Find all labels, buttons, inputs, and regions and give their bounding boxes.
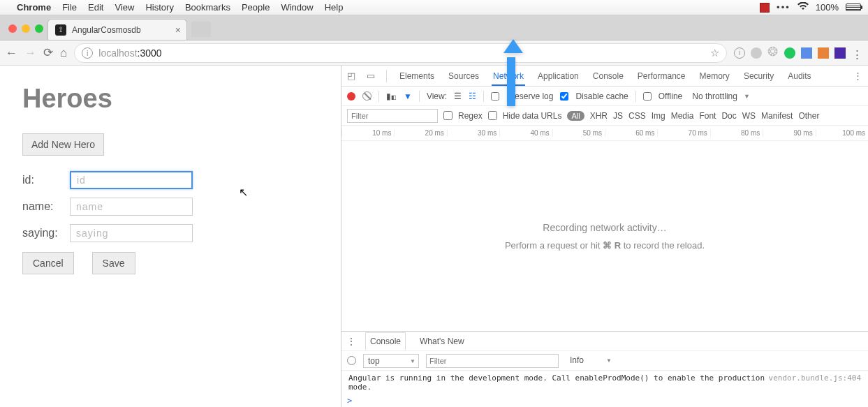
extension-icon[interactable]: [818, 47, 829, 59]
filter-type-xhr[interactable]: XHR: [590, 111, 608, 121]
device-toggle-icon[interactable]: ▭: [367, 71, 375, 81]
offline-checkbox[interactable]: [643, 92, 652, 101]
name-input[interactable]: [70, 198, 193, 216]
timeline-tick: 50 ms: [552, 129, 605, 137]
menu-window[interactable]: Window: [281, 2, 313, 13]
filter-type-font[interactable]: Font: [699, 111, 716, 121]
back-button[interactable]: ←: [6, 46, 17, 60]
menu-file[interactable]: File: [62, 2, 77, 13]
drawer-menu-icon[interactable]: ⋮: [347, 336, 355, 346]
preserve-log-checkbox[interactable]: [491, 92, 499, 101]
filter-type-all[interactable]: All: [567, 111, 584, 121]
tab-memory[interactable]: Memory: [698, 66, 731, 86]
filter-type-doc[interactable]: Doc: [721, 111, 736, 121]
minimize-window-button[interactable]: [22, 24, 30, 33]
log-level-select[interactable]: Info: [566, 354, 615, 368]
browser-tab[interactable]: ⟟ AngularCosmosdb ×: [47, 19, 187, 40]
context-select[interactable]: top: [363, 354, 419, 368]
app-name[interactable]: Chrome: [17, 2, 51, 13]
extension-icon[interactable]: ❂: [767, 47, 779, 59]
reload-button[interactable]: ⟳: [43, 45, 53, 60]
macos-menubar: Chrome File Edit View History Bookmarks …: [0, 0, 868, 15]
menubar-overflow-icon[interactable]: •••: [777, 2, 790, 13]
menu-bookmarks[interactable]: Bookmarks: [185, 2, 230, 13]
add-new-hero-button[interactable]: Add New Hero: [22, 133, 104, 156]
filter-type-css[interactable]: CSS: [628, 111, 646, 121]
recording-message: Recording network activity…: [543, 222, 666, 233]
divider: [386, 70, 387, 82]
menu-people[interactable]: People: [242, 2, 270, 13]
view-list-icon[interactable]: ☰: [454, 91, 462, 101]
save-button[interactable]: Save: [92, 252, 135, 274]
site-info-icon[interactable]: i: [82, 47, 93, 59]
throttling-select[interactable]: No throttling: [692, 91, 750, 101]
filter-type-ws[interactable]: WS: [742, 111, 756, 121]
extension-icon[interactable]: [801, 47, 812, 59]
timeline-tick: 20 ms: [394, 129, 446, 137]
console-log-row: Angular is running in the development mo…: [341, 371, 868, 394]
filter-type-media[interactable]: Media: [671, 111, 694, 121]
filter-type-js[interactable]: JS: [613, 111, 623, 121]
battery-icon[interactable]: [846, 3, 861, 11]
clear-console-icon[interactable]: [347, 356, 356, 365]
zoom-window-button[interactable]: [35, 24, 43, 33]
tab-console[interactable]: Console: [591, 66, 625, 86]
timeline-tick: 80 ms: [710, 129, 763, 137]
network-timeline[interactable]: 10 ms 20 ms 30 ms 40 ms 50 ms 60 ms 70 m…: [341, 126, 868, 141]
bookmark-star-icon[interactable]: ☆: [710, 47, 719, 59]
extension-icons: i ❂ ⋮: [734, 47, 862, 59]
url-rest: :3000: [138, 47, 162, 59]
timeline-tick: 100 ms: [816, 129, 868, 137]
wifi-icon[interactable]: [797, 2, 809, 13]
close-tab-icon[interactable]: ×: [175, 24, 181, 36]
clear-button[interactable]: [362, 91, 372, 101]
devtools-tab-bar: ◰ ▭ Elements Sources Network Application…: [341, 66, 868, 87]
tab-sources[interactable]: Sources: [447, 66, 480, 86]
tab-audits[interactable]: Audits: [786, 66, 812, 86]
menu-edit[interactable]: Edit: [88, 2, 103, 13]
drawer-tab-whatsnew[interactable]: What's New: [415, 333, 469, 350]
grammarly-extension-icon[interactable]: [784, 47, 795, 59]
new-tab-button[interactable]: [191, 22, 211, 37]
id-input[interactable]: [70, 171, 193, 189]
disable-cache-checkbox[interactable]: [560, 92, 568, 101]
inspect-element-icon[interactable]: ◰: [347, 71, 355, 81]
name-label: name:: [22, 200, 70, 213]
menu-view[interactable]: View: [115, 2, 134, 13]
drawer-tab-console[interactable]: Console: [365, 332, 406, 350]
regex-checkbox[interactable]: [443, 111, 453, 120]
console-prompt[interactable]: >: [341, 394, 868, 407]
filter-type-manifest[interactable]: Manifest: [761, 111, 793, 121]
saying-input[interactable]: [70, 224, 193, 242]
address-bar[interactable]: i localhost:3000 ☆: [74, 43, 727, 63]
console-source-link[interactable]: vendor.bundle.js:404: [769, 373, 861, 392]
extension-icon[interactable]: i: [734, 47, 745, 59]
tab-security[interactable]: Security: [742, 66, 775, 86]
close-window-button[interactable]: [8, 24, 17, 33]
cancel-button[interactable]: Cancel: [22, 252, 74, 274]
home-button[interactable]: ⌂: [60, 46, 67, 60]
tab-elements[interactable]: Elements: [398, 66, 436, 86]
record-button[interactable]: [347, 92, 355, 101]
divider: [378, 91, 379, 102]
id-label: id:: [22, 174, 70, 186]
network-filter-input[interactable]: [347, 109, 438, 123]
console-filter-input[interactable]: [426, 354, 559, 368]
menubar-extra-icon[interactable]: [760, 3, 770, 13]
chrome-menu-icon[interactable]: ⋮: [851, 47, 862, 59]
menu-help[interactable]: Help: [325, 2, 344, 13]
menu-history[interactable]: History: [145, 2, 173, 13]
hide-data-urls-checkbox[interactable]: [488, 111, 497, 120]
filter-type-other[interactable]: Other: [798, 111, 819, 121]
extension-icon[interactable]: [834, 47, 846, 59]
devtools-menu-icon[interactable]: ⋮: [853, 71, 862, 81]
filter-toggle-icon[interactable]: ▼: [404, 91, 412, 101]
view-large-icon[interactable]: ☷: [469, 91, 476, 101]
timeline-tick: 70 ms: [657, 129, 709, 137]
filter-type-img[interactable]: Img: [652, 111, 665, 121]
capture-screenshot-icon[interactable]: ▮◧: [386, 91, 397, 101]
url-host: localhost: [98, 47, 137, 59]
tab-performance[interactable]: Performance: [636, 66, 687, 86]
extension-icon[interactable]: [751, 47, 762, 59]
tab-application[interactable]: Application: [536, 66, 580, 86]
